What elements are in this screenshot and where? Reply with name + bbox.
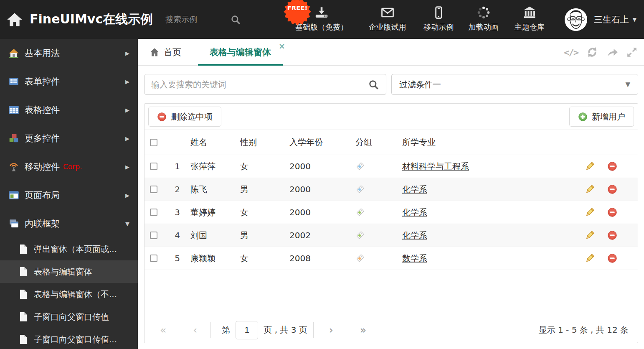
source-code-icon[interactable]: </>: [564, 47, 578, 58]
corp-badge: Corp.: [63, 163, 82, 171]
grid-toolbar: 删除选中项 新增用户: [145, 104, 638, 130]
windows-icon: [8, 218, 19, 229]
sidebar-item-mobile-controls[interactable]: 移动控件 Corp. ▶: [0, 153, 138, 181]
delete-icon[interactable]: [607, 253, 617, 263]
sidebar-subitem-child-to-parent[interactable]: 子窗口向父窗口传值: [0, 306, 138, 328]
table-icon: [8, 104, 19, 115]
sidebar-item-form-controls[interactable]: 表单控件 ▶: [0, 67, 138, 96]
last-page-button[interactable]: »: [360, 325, 366, 335]
edit-icon[interactable]: [584, 207, 595, 218]
keyword-search-input[interactable]: [151, 80, 368, 89]
page-suffix-label: 页 , 共 3 页: [264, 324, 307, 336]
major-link[interactable]: 数学系: [402, 253, 427, 263]
sidebar-item-label: 页面布局: [25, 189, 60, 201]
edit-icon[interactable]: [584, 230, 595, 241]
refresh-icon[interactable]: [586, 46, 598, 58]
add-circle-icon: [578, 112, 588, 122]
sidebar-item-label: 表单控件: [25, 76, 60, 87]
delete-button-label: 删除选中项: [171, 111, 213, 122]
nav-item-loading-animation[interactable]: 加载动画: [461, 0, 505, 39]
sidebar-subitem-popup-window[interactable]: 弹出窗体（本页面或...: [0, 238, 138, 260]
sidebar-item-label: 内联框架: [25, 218, 60, 229]
cell-gender: 女: [233, 207, 283, 218]
cell-name: 董婷婷: [184, 207, 233, 218]
share-icon[interactable]: [606, 46, 618, 58]
user-caret-icon[interactable]: ▼: [633, 17, 636, 23]
tag-icon: [355, 185, 365, 194]
nav-item-theme-store[interactable]: 主题仓库: [505, 0, 553, 39]
house-icon: [8, 48, 19, 59]
chevron-right-icon: ▶: [125, 107, 129, 113]
prev-page-button[interactable]: ‹: [193, 325, 197, 335]
add-user-button[interactable]: 新增用户: [569, 107, 634, 127]
header-search-input[interactable]: [165, 15, 230, 24]
edit-icon[interactable]: [584, 253, 595, 264]
expand-icon[interactable]: [626, 47, 637, 58]
table-row: 5 康颖颖 女 2008 数学系: [145, 247, 638, 270]
logo[interactable]: FineUIMvc在线示例: [6, 11, 153, 28]
table-row: 2 陈飞 男 2000 化学系: [145, 178, 638, 201]
chevron-right-icon: ▶: [125, 164, 129, 170]
major-link[interactable]: 化学系: [402, 207, 427, 217]
row-checkbox[interactable]: [150, 209, 157, 216]
cubes-icon: [8, 133, 19, 144]
row-checkbox[interactable]: [150, 163, 157, 170]
user-menu: 三生石上 ▼: [565, 0, 636, 39]
tab-home-label: 首页: [164, 46, 181, 58]
page-number-input[interactable]: [236, 321, 258, 339]
free-badge: FREE!: [283, 0, 312, 26]
sidebar: 基本用法 ▶ 表单控件 ▶ 表格控件 ▶: [0, 39, 138, 349]
tag-icon: [355, 162, 365, 171]
tab-home[interactable]: 首页: [150, 46, 181, 58]
row-number: 5: [163, 253, 184, 263]
row-checkbox[interactable]: [150, 255, 157, 262]
nav-item-basic-free[interactable]: FREE! 基础版（免费）: [284, 0, 359, 39]
cell-gender: 男: [233, 230, 283, 241]
major-link[interactable]: 化学系: [402, 184, 427, 194]
sidebar-subitem-child-to-parent-2[interactable]: 子窗口向父窗口传值...: [0, 328, 138, 349]
major-link[interactable]: 材料科学与工程系: [402, 161, 469, 171]
sidebar-subitem-label: 子窗口向父窗口传值: [34, 311, 109, 323]
filter-dropdown[interactable]: 过滤条件一 ▼: [391, 74, 638, 95]
cell-gender: 男: [233, 184, 283, 195]
row-checkbox[interactable]: [150, 186, 157, 193]
row-checkbox[interactable]: [150, 232, 157, 239]
delete-icon[interactable]: [607, 207, 617, 217]
tab-grid-edit-window[interactable]: 表格与编辑窗体 ×: [198, 39, 283, 66]
search-icon[interactable]: [368, 79, 379, 90]
nav-item-enterprise-trial[interactable]: 企业版试用: [359, 0, 416, 39]
first-page-button[interactable]: «: [160, 325, 166, 335]
table-row: 3 董婷婷 女 2000 化学系: [145, 201, 638, 224]
header-search: [165, 14, 251, 25]
next-page-button[interactable]: ›: [329, 325, 333, 335]
table-header-row: 姓名 性别 入学年份 分组 所学专业: [145, 130, 638, 155]
chevron-down-icon: ▼: [125, 221, 129, 227]
major-link[interactable]: 化学系: [402, 230, 427, 240]
delete-icon[interactable]: [607, 184, 617, 194]
filter-dropdown-value: 过滤条件一: [399, 79, 441, 90]
sidebar-subitem-grid-edit-window-2[interactable]: 表格与编辑窗体（不...: [0, 283, 138, 306]
delete-icon[interactable]: [607, 230, 617, 240]
avatar[interactable]: [565, 8, 587, 31]
sidebar-item-inline-frame[interactable]: 内联框架 ▼: [0, 209, 138, 238]
sidebar-item-grid-controls[interactable]: 表格控件 ▶: [0, 96, 138, 124]
delete-selected-button[interactable]: 删除选中项: [148, 107, 221, 127]
delete-icon[interactable]: [607, 161, 617, 171]
sidebar-item-more-controls[interactable]: 更多控件 ▶: [0, 124, 138, 153]
antenna-icon: [8, 161, 19, 172]
row-number: 4: [163, 230, 184, 240]
remove-circle-icon: [157, 112, 167, 122]
search-icon[interactable]: [230, 14, 241, 25]
user-name[interactable]: 三生石上: [594, 14, 629, 25]
nav-item-mobile-demo[interactable]: 移动示例: [416, 0, 461, 39]
edit-icon[interactable]: [584, 184, 595, 195]
close-icon[interactable]: ×: [279, 42, 285, 50]
file-icon: [19, 312, 28, 322]
select-all-checkbox[interactable]: [150, 139, 157, 146]
page-prefix-label: 第: [222, 324, 230, 336]
cell-gender: 女: [233, 253, 283, 264]
sidebar-item-basic-usage[interactable]: 基本用法 ▶: [0, 39, 138, 67]
sidebar-item-page-layout[interactable]: 页面布局 ▶: [0, 181, 138, 209]
edit-icon[interactable]: [584, 161, 595, 172]
sidebar-subitem-grid-edit-window[interactable]: 表格与编辑窗体: [0, 260, 138, 283]
